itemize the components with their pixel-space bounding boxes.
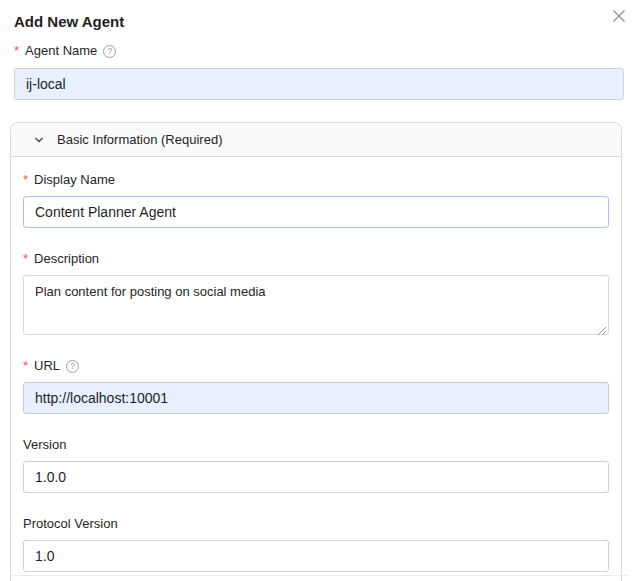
url-label-row: * URL ? <box>23 359 609 373</box>
modal-header: Add New Agent <box>0 0 640 31</box>
add-agent-modal: Add New Agent * Agent Name ? Basic Infor… <box>0 0 640 581</box>
description-label-row: * Description <box>23 252 609 266</box>
required-marker: * <box>23 252 28 266</box>
resize-handle-icon[interactable] <box>597 322 607 332</box>
basic-information-header[interactable]: Basic Information (Required) <box>11 123 621 157</box>
version-label: Version <box>23 438 66 452</box>
footer-divider <box>12 575 628 576</box>
protocol-version-field: Protocol Version <box>23 517 609 572</box>
description-label: Description <box>34 252 99 266</box>
display-name-label: Display Name <box>34 173 115 187</box>
url-input[interactable] <box>23 382 609 414</box>
help-icon[interactable]: ? <box>103 45 116 58</box>
close-icon <box>612 9 626 26</box>
version-label-row: Version <box>23 438 609 452</box>
url-label: URL <box>34 359 60 373</box>
agent-name-input[interactable] <box>14 68 624 100</box>
close-button[interactable] <box>610 8 628 26</box>
display-name-field: * Display Name <box>23 173 609 228</box>
required-marker: * <box>23 173 28 187</box>
display-name-label-row: * Display Name <box>23 173 609 187</box>
modal-title: Add New Agent <box>14 13 124 31</box>
required-marker: * <box>23 359 28 373</box>
help-icon[interactable]: ? <box>66 360 79 373</box>
basic-information-title: Basic Information (Required) <box>57 132 222 147</box>
display-name-input[interactable] <box>23 196 609 228</box>
url-field: * URL ? <box>23 359 609 414</box>
required-marker: * <box>14 44 19 58</box>
protocol-version-label: Protocol Version <box>23 517 118 531</box>
version-input[interactable] <box>23 461 609 493</box>
protocol-version-input[interactable] <box>23 540 609 572</box>
agent-name-label-row: * Agent Name ? <box>14 44 624 58</box>
agent-name-label: Agent Name <box>25 44 97 58</box>
protocol-version-label-row: Protocol Version <box>23 517 609 531</box>
agent-name-field: * Agent Name ? <box>0 44 640 100</box>
basic-information-panel: Basic Information (Required) * Display N… <box>10 122 622 581</box>
basic-information-body: * Display Name * Description Plan conten… <box>11 157 621 572</box>
chevron-down-icon <box>33 134 45 146</box>
description-textarea[interactable]: Plan content for posting on social media <box>23 275 609 335</box>
version-field: Version <box>23 438 609 493</box>
description-field: * Description Plan content for posting o… <box>23 252 609 335</box>
